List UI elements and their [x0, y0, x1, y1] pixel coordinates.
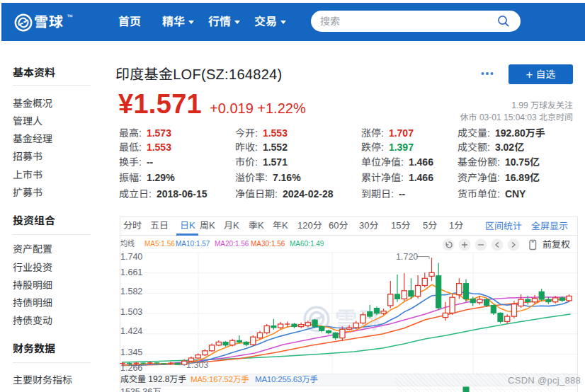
svg-text:1.661: 1.661: [120, 267, 142, 277]
svg-text:1.303: 1.303: [186, 360, 208, 370]
svg-text:1.266: 1.266: [120, 363, 142, 373]
svg-text:1.424: 1.424: [120, 326, 142, 336]
svg-text:1.582: 1.582: [120, 287, 142, 296]
svg-text:1.740: 1.740: [120, 252, 142, 262]
svg-text:1.503: 1.503: [120, 307, 142, 317]
svg-text:1.345: 1.345: [120, 347, 142, 357]
svg-text:1.720: 1.720: [396, 252, 418, 262]
